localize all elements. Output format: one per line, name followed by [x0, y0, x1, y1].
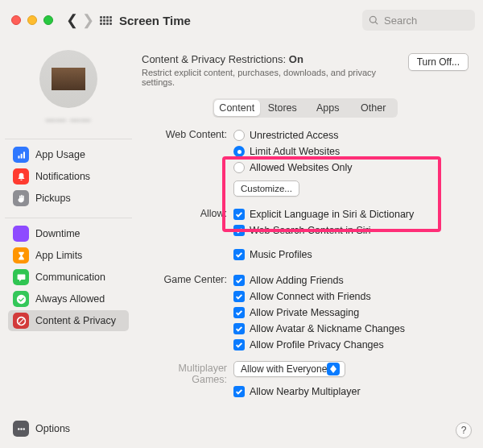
check-connect-friends[interactable]: Allow Connect with Friends	[233, 288, 469, 305]
radio-unrestricted[interactable]: Unrestricted Access	[233, 127, 469, 143]
sidebar-item-label: App Usage	[35, 149, 85, 160]
sidebar-item-options[interactable]: Options	[8, 418, 129, 439]
no-icon	[13, 313, 29, 329]
svg-rect-2	[23, 151, 24, 158]
sidebar-item-label: Downtime	[35, 228, 80, 239]
hand-icon	[13, 190, 29, 206]
tabs: Content Stores Apps Other	[213, 98, 398, 118]
sidebar-item-downtime[interactable]: Downtime	[8, 223, 129, 244]
sidebar-item-app-usage[interactable]: App Usage	[8, 144, 129, 165]
sidebar-item-label: Always Allowed	[35, 293, 105, 305]
sidebar-item-label: Notifications	[35, 171, 90, 182]
sidebar-item-pickups[interactable]: Pickups	[8, 188, 129, 209]
tab-other[interactable]: Other	[351, 100, 397, 116]
check-profile-privacy[interactable]: Allow Profile Privacy Changes	[233, 337, 469, 353]
sidebar-item-label: App Limits	[35, 250, 82, 261]
show-all-icon[interactable]	[98, 13, 113, 27]
customize-button[interactable]: Customize...	[233, 180, 299, 197]
chevron-updown-icon	[327, 363, 340, 375]
moon-icon	[13, 226, 29, 242]
check-web-search-siri[interactable]: Web Search Content in Siri	[233, 222, 469, 239]
svg-point-4	[20, 428, 22, 429]
check-adding-friends[interactable]: Allow Adding Friends	[233, 272, 469, 288]
zoom-window[interactable]	[43, 15, 53, 25]
multiplayer-label: Multiplayer Games:	[143, 361, 233, 385]
forward-button: ❯	[79, 10, 95, 31]
svg-point-3	[18, 428, 19, 429]
sidebar-item-app-limits[interactable]: App Limits	[8, 245, 129, 266]
user-name: —— ——	[8, 114, 129, 126]
svg-rect-0	[18, 156, 19, 158]
sidebar-item-label: Content & Privacy	[35, 315, 116, 326]
multiplayer-popup[interactable]: Allow with Everyone	[233, 361, 345, 377]
hourglass-icon	[13, 247, 29, 263]
close-window[interactable]	[11, 15, 21, 25]
sidebar: —— —— App UsageNotificationsPickups Down…	[0, 40, 137, 448]
page-title: Content & Privacy Restrictions: On	[142, 53, 399, 65]
sidebar-item-notifications[interactable]: Notifications	[8, 166, 129, 187]
bars-icon	[13, 147, 29, 163]
avatar	[39, 50, 97, 108]
radio-allowed-only[interactable]: Allowed Websites Only	[233, 160, 469, 176]
help-button[interactable]: ?	[456, 422, 472, 438]
bell-icon	[13, 168, 29, 185]
check-icon	[13, 291, 29, 307]
tab-apps[interactable]: Apps	[305, 100, 351, 116]
sidebar-item-label: Communication	[35, 272, 105, 283]
chat-icon	[13, 269, 29, 285]
allow-label: Allow:	[143, 206, 233, 219]
tab-stores[interactable]: Stores	[260, 100, 306, 116]
tab-content[interactable]: Content	[214, 100, 260, 116]
check-music-profiles[interactable]: Music Profiles	[233, 247, 469, 263]
radio-limit-adult[interactable]: Limit Adult Websites	[233, 143, 469, 160]
sidebar-item-label: Pickups	[35, 193, 71, 204]
svg-rect-1	[20, 153, 22, 158]
page-subtitle: Restrict explicit content, purchases, do…	[142, 68, 399, 87]
turn-off-button[interactable]: Turn Off...	[408, 53, 469, 71]
search-field[interactable]: Search	[362, 10, 475, 31]
sidebar-item-content-privacy[interactable]: Content & Privacy	[8, 310, 129, 331]
sidebar-item-always-allowed[interactable]: Always Allowed	[8, 288, 129, 309]
back-button[interactable]: ❮	[63, 10, 79, 31]
sidebar-item-communication[interactable]: Communication	[8, 267, 129, 288]
check-explicit-language[interactable]: Explicit Language in Siri & Dictionary	[233, 206, 469, 222]
game-center-label: Game Center:	[143, 272, 233, 285]
check-nearby-multiplayer[interactable]: Allow Nearby Multiplayer	[233, 384, 469, 400]
check-avatar-nickname[interactable]: Allow Avatar & Nickname Changes	[233, 321, 469, 337]
web-content-label: Web Content:	[143, 127, 233, 140]
search-icon	[369, 15, 379, 26]
check-private-messaging[interactable]: Allow Private Messaging	[233, 305, 469, 321]
svg-point-5	[23, 428, 24, 429]
content-pane: Content & Privacy Restrictions: On Restr…	[137, 40, 483, 448]
search-placeholder: Search	[384, 15, 417, 27]
dots-icon	[13, 421, 29, 437]
window-title: Screen Time	[119, 14, 191, 27]
minimize-window[interactable]	[27, 15, 37, 25]
sidebar-item-label: Options	[35, 423, 70, 434]
